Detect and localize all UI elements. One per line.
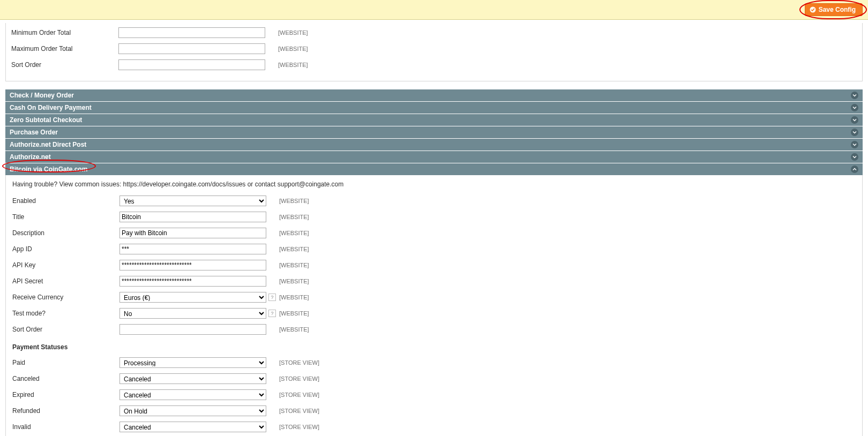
section-authorizenet[interactable]: Authorize.net — [5, 151, 863, 163]
apisecret-label: API Secret — [12, 277, 119, 285]
receive-currency-row: Receive Currency Euros (€) ? [WEBSITE] — [12, 292, 856, 303]
apisecret-input[interactable] — [119, 276, 266, 287]
sort-order-row: Sort Order [WEBSITE] — [11, 59, 857, 70]
section-title: Purchase Order — [10, 129, 58, 136]
scope-label: [WEBSITE] — [279, 278, 309, 284]
scope-label: [WEBSITE] — [279, 294, 309, 300]
receive-currency-select[interactable]: Euros (€) — [119, 292, 266, 303]
sort-order-label: Sort Order — [11, 61, 118, 69]
description-label: Description — [12, 229, 119, 237]
section-cash-on-delivery[interactable]: Cash On Delivery Payment — [5, 101, 863, 114]
help-icon[interactable]: ? — [268, 310, 276, 317]
section-purchase-order[interactable]: Purchase Order — [5, 126, 863, 138]
check-icon — [810, 6, 816, 13]
refunded-label: Refunded — [12, 407, 119, 415]
save-config-button[interactable]: Save Config — [805, 3, 863, 16]
bitcoin-sort-order-row: Sort Order [WEBSITE] — [12, 324, 856, 335]
enabled-label: Enabled — [12, 197, 119, 205]
apikey-input[interactable] — [119, 260, 266, 270]
help-text: Having trouble? View common issues: http… — [12, 181, 856, 188]
chevron-down-icon — [851, 116, 858, 124]
refunded-select[interactable]: On Hold — [119, 405, 266, 416]
expired-row: Expired Canceled [STORE VIEW] — [12, 389, 856, 400]
scope-label: [WEBSITE] — [279, 246, 309, 252]
top-bar: Save Config — [0, 0, 868, 20]
payment-statuses-heading: Payment Statuses — [12, 343, 856, 351]
max-order-row: Maximum Order Total [WEBSITE] — [11, 43, 857, 54]
title-label: Title — [12, 213, 119, 221]
chevron-down-icon — [851, 92, 858, 99]
section-bitcoin-wrap: Bitcoin via CoinGate.com — [5, 163, 863, 175]
scope-label: [STORE VIEW] — [279, 359, 319, 366]
chevron-down-icon — [851, 141, 858, 148]
bitcoin-section-body: Having trouble? View common issues: http… — [5, 175, 863, 436]
receive-currency-label: Receive Currency — [12, 294, 119, 301]
scope-label: [STORE VIEW] — [279, 375, 319, 382]
section-title: Zero Subtotal Checkout — [10, 116, 82, 124]
title-row: Title [WEBSITE] — [12, 212, 856, 222]
invalid-select[interactable]: Canceled — [119, 422, 266, 432]
description-input[interactable] — [119, 228, 266, 238]
refunded-row: Refunded On Hold [STORE VIEW] — [12, 405, 856, 416]
apisecret-row: API Secret [WEBSITE] — [12, 276, 856, 287]
invalid-row: Invalid Canceled [STORE VIEW] — [12, 422, 856, 432]
chevron-down-icon — [851, 153, 858, 161]
canceled-row: Canceled Canceled [STORE VIEW] — [12, 373, 856, 384]
section-title: Authorize.net — [10, 153, 51, 161]
scope-label: [STORE VIEW] — [279, 424, 319, 430]
invalid-label: Invalid — [12, 423, 119, 431]
enabled-select[interactable]: Yes — [119, 196, 266, 206]
appid-label: App ID — [12, 245, 119, 253]
top-config-box: Minimum Order Total [WEBSITE] Maximum Or… — [5, 23, 863, 81]
scope-label: [WEBSITE] — [278, 62, 308, 68]
section-title: Cash On Delivery Payment — [10, 104, 92, 111]
scope-label: [WEBSITE] — [279, 326, 309, 333]
scope-label: [WEBSITE] — [279, 310, 309, 317]
scope-label: [WEBSITE] — [279, 262, 309, 268]
canceled-select[interactable]: Canceled — [119, 373, 266, 384]
scope-label: [WEBSITE] — [278, 29, 308, 36]
chevron-up-icon — [851, 166, 858, 173]
section-authorizenet-direct-post[interactable]: Authorize.net Direct Post — [5, 138, 863, 151]
apikey-label: API Key — [12, 261, 119, 269]
scope-label: [WEBSITE] — [279, 230, 309, 236]
chevron-down-icon — [851, 129, 858, 136]
scope-label: [WEBSITE] — [279, 198, 309, 204]
scope-label: [STORE VIEW] — [279, 392, 319, 398]
title-input[interactable] — [119, 212, 266, 222]
test-mode-label: Test mode? — [12, 310, 119, 317]
save-button-label: Save Config — [819, 6, 856, 13]
section-zero-subtotal[interactable]: Zero Subtotal Checkout — [5, 114, 863, 126]
appid-input[interactable] — [119, 244, 266, 254]
max-order-input[interactable] — [118, 43, 265, 54]
bitcoin-sort-order-label: Sort Order — [12, 326, 119, 333]
min-order-row: Minimum Order Total [WEBSITE] — [11, 27, 857, 38]
section-check-money-order[interactable]: Check / Money Order — [5, 89, 863, 101]
save-button-wrap: Save Config — [805, 3, 863, 16]
paid-row: Paid Processing [STORE VIEW] — [12, 357, 856, 368]
max-order-label: Maximum Order Total — [11, 45, 118, 52]
sort-order-input[interactable] — [118, 59, 265, 70]
paid-select[interactable]: Processing — [119, 357, 266, 368]
min-order-label: Minimum Order Total — [11, 29, 118, 36]
appid-row: App ID [WEBSITE] — [12, 244, 856, 254]
apikey-row: API Key [WEBSITE] — [12, 260, 856, 270]
chevron-down-icon — [851, 104, 858, 111]
expired-select[interactable]: Canceled — [119, 389, 266, 400]
help-icon[interactable]: ? — [268, 294, 276, 301]
section-title: Bitcoin via CoinGate.com — [10, 166, 87, 173]
paid-label: Paid — [12, 359, 119, 366]
description-row: Description [WEBSITE] — [12, 228, 856, 238]
min-order-input[interactable] — [118, 27, 265, 38]
test-mode-select[interactable]: No — [119, 308, 266, 319]
section-bitcoin-coingate[interactable]: Bitcoin via CoinGate.com — [5, 163, 863, 175]
section-title: Check / Money Order — [10, 92, 74, 99]
scope-label: [WEBSITE] — [278, 46, 308, 52]
enabled-row: Enabled Yes [WEBSITE] — [12, 196, 856, 206]
section-title: Authorize.net Direct Post — [10, 141, 86, 148]
bitcoin-sort-order-input[interactable] — [119, 324, 266, 335]
scope-label: [STORE VIEW] — [279, 408, 319, 414]
expired-label: Expired — [12, 391, 119, 399]
sections-container: Check / Money Order Cash On Delivery Pay… — [5, 89, 863, 436]
canceled-label: Canceled — [12, 375, 119, 382]
